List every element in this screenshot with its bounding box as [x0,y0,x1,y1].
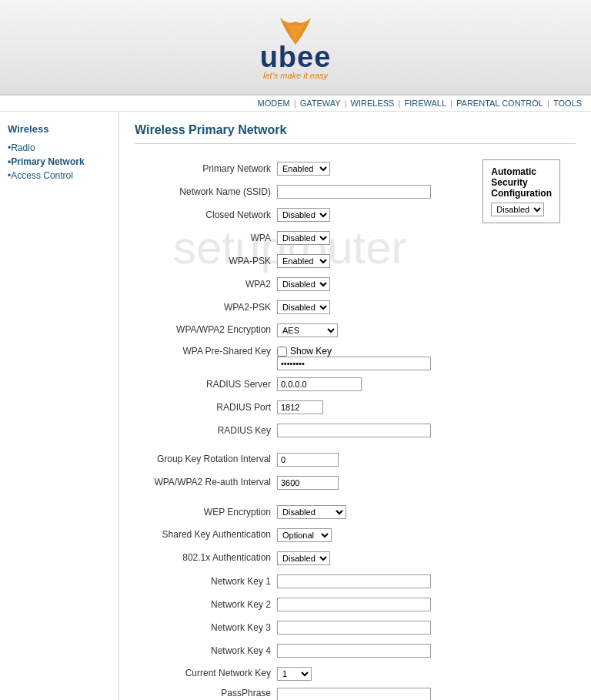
show-key-checkbox[interactable] [277,347,287,357]
reauth-row: WPA/WPA2 Re-auth Interval [135,474,576,492]
wpa-psk-control: Enabled Disabled [277,254,330,268]
nav-firewall[interactable]: FIREWALL [404,99,446,108]
passphrase-group: Generate WEP Keys [277,688,431,700]
radius-server-control [277,377,362,391]
radius-key-control [277,424,431,437]
primary-network-select[interactable]: Enabled Disabled [277,162,330,176]
current-network-key-row: Current Network Key 1 2 3 4 [135,665,576,683]
wpa2-row: WPA2 Disabled Enabled [135,275,576,293]
form-area: Automatic Security Configuration Disable… [135,159,576,700]
network-name-control [277,185,431,199]
network-key3-control [277,621,431,635]
nav-parental-control[interactable]: PARENTAL CONTROL [456,99,543,108]
network-key4-row: Network Key 4 [135,641,576,660]
network-key1-row: Network Key 1 [135,572,576,591]
closed-network-label: Closed Network [135,209,277,220]
primary-network-label: Primary Network [135,163,277,174]
network-key1-control [277,574,431,588]
closed-network-control: Disabled Enabled [277,208,330,222]
wpa2-control: Disabled Enabled [277,277,330,291]
pre-shared-key-row: WPA Pre-Shared Key Show Key [135,344,576,370]
sidebar-item-access-control[interactable]: •Access Control [8,169,111,183]
network-key1-label: Network Key 1 [135,576,277,587]
shared-key-select[interactable]: Optional Required [277,528,332,542]
passphrase-input[interactable] [277,688,431,700]
network-name-label: Network Name (SSID) [135,186,277,197]
page-title: Wireless Primary Network [135,123,576,144]
wpa2-psk-label: WPA2-PSK [135,302,277,313]
group-key-input[interactable] [277,453,339,467]
passphrase-row: PassPhrase Generate WEP Keys [135,688,576,700]
wpa2-psk-select[interactable]: Disabled Enabled [277,300,330,314]
pre-shared-key-group: Show Key [277,346,431,370]
show-key-label: Show Key [290,346,332,357]
network-key2-input[interactable] [277,598,431,611]
auto-security-select[interactable]: Disabled Enabled [491,203,544,216]
network-key2-row: Network Key 2 [135,595,576,614]
group-key-control [277,453,339,467]
auto-security-title: Automatic Security Configuration [491,166,552,199]
current-network-key-control: 1 2 3 4 [277,667,312,681]
dot1x-control: Disabled Enabled [277,551,330,565]
network-key4-input[interactable] [277,644,431,658]
wpa-select[interactable]: Disabled Enabled [277,231,330,245]
encryption-row: WPA/WPA2 Encryption AES TKIP TKIP+AES [135,321,576,340]
auto-security-panel: Automatic Security Configuration Disable… [482,159,560,223]
nav-tools[interactable]: TOOLS [553,99,582,108]
passphrase-label: PassPhrase [135,688,277,698]
pre-shared-key-input[interactable] [277,357,431,370]
closed-network-select[interactable]: Disabled Enabled [277,208,330,222]
wpa2-psk-row: WPA2-PSK Disabled Enabled [135,298,576,317]
reauth-control [277,476,339,490]
wep-encryption-select[interactable]: Disabled Enabled [277,505,346,519]
wpa-psk-select[interactable]: Enabled Disabled [277,254,330,268]
radius-port-label: RADIUS Port [135,402,277,413]
pre-shared-key-label: WPA Pre-Shared Key [135,346,277,358]
encryption-select[interactable]: AES TKIP TKIP+AES [277,323,338,337]
network-key2-label: Network Key 2 [135,599,277,610]
wpa2-select[interactable]: Disabled Enabled [277,277,330,291]
radius-server-row: RADIUS Server [135,375,576,394]
wpa-psk-label: WPA-PSK [135,256,277,266]
radius-key-label: RADIUS Key [135,425,277,436]
network-key3-row: Network Key 3 [135,618,576,637]
logo-wrapper: ubee let's make it easy [0,8,591,86]
primary-network-control: Enabled Disabled [277,162,330,176]
wpa-psk-row: WPA-PSK Enabled Disabled [135,252,576,270]
encryption-control: AES TKIP TKIP+AES [277,323,338,337]
wpa-row: WPA Disabled Enabled [135,229,576,247]
nav-gateway[interactable]: GATEWAY [300,99,341,108]
network-key3-label: Network Key 3 [135,622,277,633]
group-key-row: Group Key Rotation Interval [135,450,576,469]
radius-server-input[interactable] [277,377,362,391]
logo-tagline: let's make it easy [263,71,328,80]
reauth-label: WPA/WPA2 Re-auth Interval [135,477,277,489]
dot1x-row: 802.1x Authentication Disabled Enabled [135,549,576,568]
content: Wireless Primary Network setuprouter Aut… [119,112,591,700]
wpa2-label: WPA2 [135,279,277,290]
radius-key-input[interactable] [277,424,431,437]
network-key4-control [277,644,431,658]
network-name-input[interactable] [277,185,431,199]
shared-key-control: Optional Required [277,528,332,542]
radius-port-input[interactable] [277,400,323,414]
radius-port-row: RADIUS Port [135,398,576,417]
network-key1-input[interactable] [277,574,431,588]
radius-port-control [277,400,323,414]
spacer2 [135,497,576,503]
wpa2-psk-control: Disabled Enabled [277,300,330,314]
nav-modem[interactable]: MODEM [258,99,290,108]
current-network-key-label: Current Network Key [135,668,277,680]
sidebar-item-primary-network[interactable]: •Primary Network [8,155,111,169]
header: ubee let's make it easy [0,0,591,95]
network-key3-input[interactable] [277,621,431,635]
sidebar: Wireless •Radio •Primary Network •Access… [0,112,119,700]
sidebar-item-radio[interactable]: •Radio [8,141,111,155]
spacer1 [135,444,576,450]
radius-server-label: RADIUS Server [135,379,277,390]
reauth-input[interactable] [277,476,339,490]
main-layout: Wireless •Radio •Primary Network •Access… [0,112,591,700]
current-network-key-select[interactable]: 1 2 3 4 [277,667,312,681]
dot1x-select[interactable]: Disabled Enabled [277,551,330,565]
nav-wireless[interactable]: WIRELESS [351,99,395,108]
